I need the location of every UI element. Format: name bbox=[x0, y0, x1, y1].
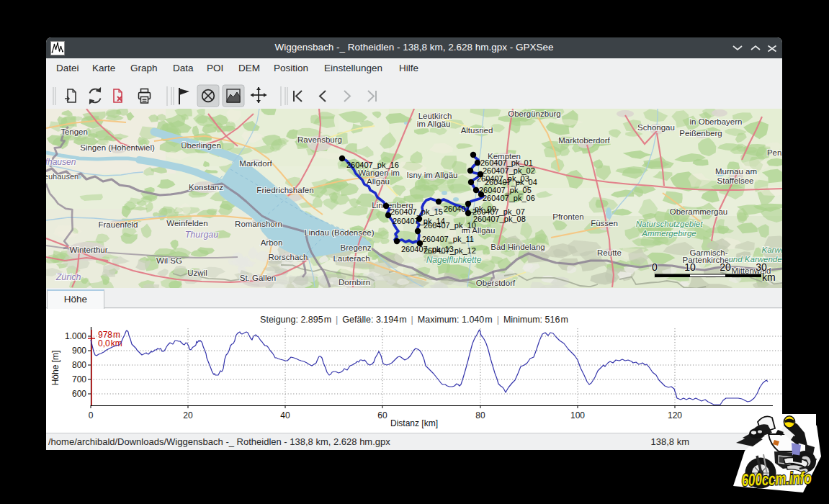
svg-text:Dornbirn: Dornbirn bbox=[339, 278, 370, 287]
svg-text:Thurgau: Thurgau bbox=[185, 230, 219, 240]
svg-text:Reutte: Reutte bbox=[597, 248, 622, 257]
svg-text:euhausen: euhausen bbox=[46, 172, 79, 181]
svg-text:Frauenfeld: Frauenfeld bbox=[99, 220, 138, 229]
svg-text:Singen (Hohentwiel): Singen (Hohentwiel) bbox=[80, 143, 155, 152]
svg-text:1.000: 1.000 bbox=[65, 331, 86, 341]
svg-text:Zürich: Zürich bbox=[55, 272, 81, 282]
svg-text:260407_pk_14: 260407_pk_14 bbox=[393, 217, 445, 225]
svg-text:10: 10 bbox=[684, 261, 696, 273]
svg-text:St. Gallen: St. Gallen bbox=[240, 274, 277, 282]
svg-text:260407_pk_06: 260407_pk_06 bbox=[483, 194, 535, 202]
svg-text:260407_pk_15: 260407_pk_15 bbox=[390, 207, 443, 216]
svg-text:900: 900 bbox=[72, 346, 86, 356]
svg-text:Wil SG: Wil SG bbox=[156, 256, 182, 265]
svg-text:0,0 km: 0,0 km bbox=[98, 338, 122, 348]
svg-text:Nagelfluhkette: Nagelfluhkette bbox=[426, 255, 482, 265]
svg-text:100: 100 bbox=[570, 410, 585, 420]
svg-text:600ccm.info: 600ccm.info bbox=[741, 468, 812, 490]
svg-text:Höhe [m]: Höhe [m] bbox=[50, 351, 61, 386]
svg-text:Lauterach: Lauterach bbox=[333, 254, 369, 263]
svg-text:20: 20 bbox=[720, 261, 731, 273]
svg-text:in Oberbayern: in Oberbayern bbox=[690, 117, 743, 126]
svg-text:Friedrichshafen: Friedrichshafen bbox=[256, 186, 313, 194]
svg-text:120: 120 bbox=[668, 410, 682, 420]
svg-text:60: 60 bbox=[377, 410, 387, 420]
svg-text:Staffelsee: Staffelsee bbox=[717, 176, 754, 185]
svg-text:Allgäu: Allgäu bbox=[367, 177, 390, 186]
svg-text:km: km bbox=[762, 271, 776, 283]
svg-text:600: 600 bbox=[72, 389, 86, 399]
svg-text:Penz: Penz bbox=[767, 148, 782, 157]
svg-text:Oberammergau: Oberammergau bbox=[670, 207, 728, 216]
svg-text:Überlingen: Überlingen bbox=[181, 141, 221, 150]
svg-text:Schongau: Schongau bbox=[637, 123, 675, 132]
svg-text:Ravensburg: Ravensburg bbox=[297, 135, 342, 144]
svg-text:Konstanz: Konstanz bbox=[189, 183, 223, 192]
svg-text:Oberstdorf: Oberstdorf bbox=[476, 279, 516, 287]
svg-text:Markdorf: Markdorf bbox=[239, 159, 272, 168]
svg-text:Peißenberg: Peißenberg bbox=[679, 129, 722, 138]
svg-text:Ammergebirge: Ammergebirge bbox=[641, 229, 696, 238]
svg-text:Arbon: Arbon bbox=[261, 238, 283, 247]
svg-text:Isny im Allgäu: Isny im Allgäu bbox=[407, 171, 458, 179]
svg-text:Naturschutzgebiet: Naturschutzgebiet bbox=[636, 220, 703, 228]
svg-text:260407_pk_16: 260407_pk_16 bbox=[346, 161, 399, 169]
svg-text:0: 0 bbox=[652, 261, 658, 273]
svg-text:Bregenz: Bregenz bbox=[341, 243, 372, 252]
svg-text:Altusried: Altusried bbox=[461, 126, 493, 135]
svg-text:20: 20 bbox=[183, 410, 193, 420]
svg-text:260407_pk_11: 260407_pk_11 bbox=[422, 235, 474, 243]
svg-text:Obergünzburg: Obergünzburg bbox=[508, 109, 561, 118]
svg-text:Karwen: Karwen bbox=[762, 246, 783, 254]
svg-text:Distanz [km]: Distanz [km] bbox=[390, 418, 438, 428]
svg-text:fhausen: fhausen bbox=[46, 157, 76, 167]
svg-text:Füssen: Füssen bbox=[591, 219, 618, 228]
svg-text:Winterthur: Winterthur bbox=[69, 246, 107, 254]
svg-text:Lindau (Bodensee): Lindau (Bodensee) bbox=[304, 228, 374, 237]
svg-text:260407_pk_12: 260407_pk_12 bbox=[424, 246, 476, 255]
svg-text:Tengen: Tengen bbox=[61, 127, 88, 136]
svg-text:Uzwil: Uzwil bbox=[187, 269, 207, 277]
svg-text:Romanshorn: Romanshorn bbox=[235, 220, 282, 228]
svg-text:Pfronten: Pfronten bbox=[552, 212, 583, 221]
svg-text:Weinfelden: Weinfelden bbox=[166, 219, 207, 228]
svg-text:260407_pk_08: 260407_pk_08 bbox=[473, 215, 526, 223]
svg-text:800: 800 bbox=[72, 360, 86, 370]
svg-text:Steigung: 2.895 m | Gefälle:: Steigung: 2.895 m | Gefälle: 3.194 m | M… bbox=[260, 315, 568, 325]
svg-text:0: 0 bbox=[89, 410, 94, 420]
svg-text:im Allgäu: im Allgäu bbox=[417, 120, 451, 128]
svg-text:Bad Hindelang: Bad Hindelang bbox=[490, 243, 545, 251]
svg-text:Wangen im: Wangen im bbox=[358, 168, 400, 177]
svg-text:80: 80 bbox=[475, 410, 485, 420]
svg-text:40: 40 bbox=[280, 410, 290, 420]
svg-text:Marktoberdorf: Marktoberdorf bbox=[558, 136, 610, 145]
svg-text:Murnau am: Murnau am bbox=[715, 167, 757, 176]
svg-text:Rorschach: Rorschach bbox=[269, 253, 308, 261]
svg-text:700: 700 bbox=[72, 374, 86, 384]
